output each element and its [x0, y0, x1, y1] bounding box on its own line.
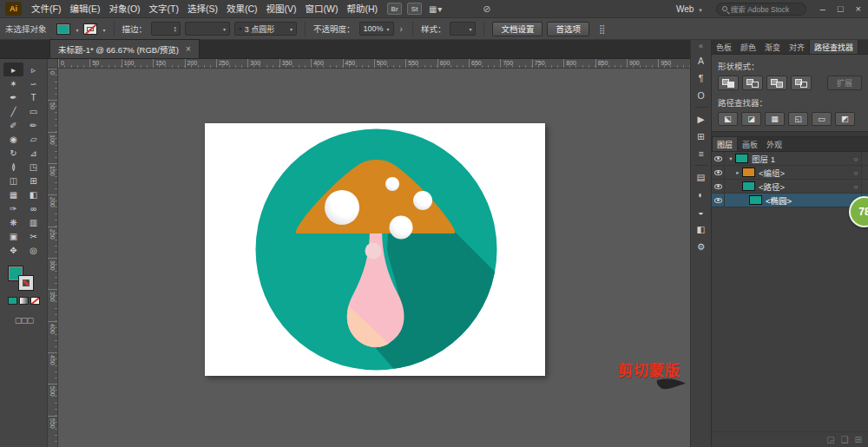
blend-tool[interactable]: ∞	[23, 201, 43, 215]
color-mode-button[interactable]	[8, 297, 17, 305]
fill-dropdown-icon[interactable]	[75, 24, 79, 34]
cap-spot-large[interactable]	[325, 190, 359, 225]
actions-panel-icon[interactable]: ▶	[691, 110, 712, 128]
shape-builder-tool[interactable]: ◫	[3, 174, 23, 187]
asset-export-panel-icon[interactable]: ⚙	[691, 238, 712, 255]
adobe-stock-search-input[interactable]: 搜索 Adobe Stock	[716, 3, 806, 16]
document-tab[interactable]: 未标题-1* @ 66.67% (RGB/预览) ×	[49, 39, 200, 58]
lasso-tool[interactable]: ∽	[23, 76, 43, 90]
paragraph-panel-icon[interactable]: ¶	[691, 69, 712, 87]
layer-thumbnail[interactable]	[742, 168, 755, 177]
artboard[interactable]	[205, 123, 545, 376]
fill-color-swatch[interactable]	[56, 23, 70, 35]
cap-spot-small[interactable]	[385, 177, 399, 191]
close-tab-icon[interactable]: ×	[186, 44, 191, 54]
selection-column[interactable]	[861, 180, 868, 193]
graphic-styles-panel-icon[interactable]: ≡	[691, 145, 712, 162]
selection-tool[interactable]: ▸	[3, 62, 23, 76]
layer-thumbnail[interactable]	[749, 195, 762, 205]
new-layer-button[interactable]: ❑	[841, 435, 849, 444]
rectangle-tool[interactable]: ▭	[23, 104, 43, 118]
control-panel-options-icon[interactable]	[599, 24, 605, 34]
eraser-tool[interactable]: ▱	[23, 132, 43, 146]
menu-item[interactable]: 对象(O)	[104, 0, 144, 18]
restore-button[interactable]: □	[838, 0, 844, 18]
pen-tool[interactable]: ✒	[3, 90, 23, 104]
menu-item[interactable]: 效果(C)	[222, 0, 262, 18]
minus-back-button[interactable]: ◩	[835, 112, 855, 126]
cap-spot-mid[interactable]	[390, 216, 413, 240]
layer-thumbnail[interactable]	[735, 154, 748, 163]
style-select[interactable]	[450, 22, 476, 36]
width-profile-select[interactable]	[185, 22, 230, 36]
visibility-eye-icon[interactable]	[712, 166, 725, 179]
artboard-tool[interactable]: ▣	[3, 229, 23, 243]
layer-row[interactable]: ▾ 图层 1	[712, 152, 868, 166]
merge-button[interactable]: ▦	[765, 112, 785, 126]
appearance-panel-icon[interactable]: ◧	[691, 220, 712, 238]
perspective-grid-tool[interactable]: ⊞	[23, 174, 43, 187]
selection-column[interactable]	[861, 152, 868, 165]
width-tool[interactable]: ≬	[3, 160, 23, 174]
stroke-color-swatch[interactable]	[83, 23, 97, 35]
panel-tab[interactable]: 渐变	[760, 40, 785, 54]
visibility-eye-icon[interactable]	[712, 194, 725, 207]
eyedropper-tool[interactable]: ✑	[3, 201, 23, 215]
bridge-button[interactable]: Br	[387, 3, 402, 15]
selection-column[interactable]	[861, 166, 868, 179]
line-segment-tool[interactable]: ╱	[3, 104, 23, 118]
opacity-panel-chevron-icon[interactable]: ›	[398, 24, 404, 34]
menu-item[interactable]: 帮助(H)	[343, 0, 383, 18]
unite-button[interactable]	[718, 76, 739, 90]
ruler-corner[interactable]	[48, 59, 58, 69]
minus-front-button[interactable]	[742, 76, 763, 90]
magic-wand-tool[interactable]: ✶	[3, 76, 23, 90]
panel-icon[interactable]	[694, 165, 708, 166]
panel-tab[interactable]: 颜色	[736, 40, 760, 54]
panel-tab[interactable]: 画板	[738, 137, 762, 151]
paintbrush-tool[interactable]: ✐	[3, 118, 23, 132]
stroke-dropdown-icon[interactable]	[102, 24, 106, 34]
character-panel-icon[interactable]: A	[691, 52, 712, 69]
gradient-panel-icon[interactable]: ◐	[691, 186, 712, 203]
vertical-ruler[interactable]: 050100150200250300350400450500550	[48, 69, 58, 447]
stock-button[interactable]: St	[407, 3, 422, 15]
target-circle-icon[interactable]	[851, 154, 861, 163]
panel-tab[interactable]: 外观	[762, 137, 786, 151]
canvas-area[interactable]: 剪切蒙版	[58, 69, 690, 447]
exclude-button[interactable]	[791, 76, 812, 90]
layer-row[interactable]: <路径>	[712, 180, 868, 194]
intersect-button[interactable]	[766, 76, 787, 90]
stepper-arrows-icon[interactable]	[174, 25, 177, 32]
panel-tab[interactable]: 图层	[712, 137, 738, 151]
menu-item[interactable]: 选择(S)	[183, 0, 222, 18]
expander-icon[interactable]: ▸	[733, 169, 742, 176]
brush-definition-select[interactable]: 3 点圆形	[234, 22, 297, 36]
layer-row[interactable]: ▸ <编组>	[712, 166, 868, 180]
rotate-tool[interactable]: ↻	[3, 146, 23, 160]
none-mode-button[interactable]	[30, 297, 40, 305]
mushroom-artwork[interactable]	[205, 123, 545, 376]
panel-tab[interactable]: 色板	[712, 40, 736, 54]
symbols-panel-icon[interactable]: ⊞	[691, 128, 712, 145]
visibility-eye-icon[interactable]	[712, 180, 725, 193]
mesh-tool[interactable]: ▦	[3, 187, 23, 201]
hand-tool[interactable]: ✥	[3, 243, 23, 257]
gradient-mode-button[interactable]	[19, 297, 29, 305]
menu-item[interactable]: 文件(F)	[27, 0, 65, 18]
divide-button[interactable]: ⬕	[718, 112, 738, 126]
stroke-weight-stepper[interactable]	[151, 22, 181, 36]
shaper-tool[interactable]: ◉	[3, 132, 23, 146]
zoom-tool[interactable]: ◎	[23, 243, 43, 257]
free-transform-tool[interactable]: ◳	[23, 160, 43, 174]
layer-thumbnail[interactable]	[742, 181, 755, 191]
scale-tool[interactable]: ⊿	[23, 146, 43, 160]
panel-icon[interactable]	[694, 107, 708, 108]
horizontal-ruler[interactable]: 0501001502002503003504004505005506006507…	[58, 59, 690, 69]
cap-spot-right[interactable]	[413, 191, 432, 210]
gradient-tool[interactable]: ◧	[23, 187, 43, 201]
expand-button[interactable]: 扩展	[827, 76, 862, 90]
stroke-swatch[interactable]	[18, 275, 34, 291]
transparency-panel-icon[interactable]: ◒	[691, 203, 712, 220]
panel-tab[interactable]: 对齐	[785, 40, 809, 54]
